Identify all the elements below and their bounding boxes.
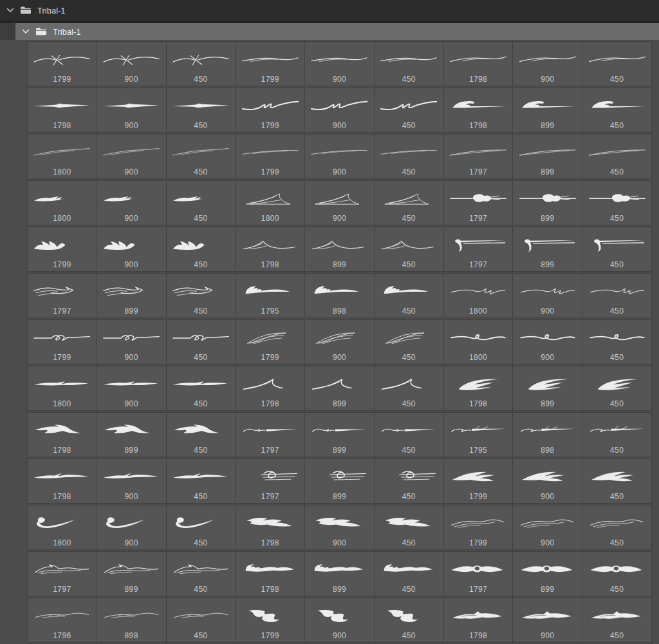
brush-preset-cell[interactable]: 1800 bbox=[444, 273, 514, 318]
brush-preset-cell[interactable]: 899 bbox=[305, 412, 375, 457]
brush-preset-cell[interactable]: 899 bbox=[97, 273, 167, 318]
inner-group-header[interactable]: Tribal-1 bbox=[15, 23, 659, 40]
brush-preset-cell[interactable]: 898 bbox=[97, 598, 167, 643]
brush-preset-cell[interactable]: 899 bbox=[513, 134, 582, 179]
brush-preset-cell[interactable]: 450 bbox=[375, 41, 444, 86]
brush-preset-cell[interactable]: 900 bbox=[305, 180, 375, 225]
brush-preset-cell[interactable]: 1798 bbox=[236, 227, 305, 272]
brush-preset-cell[interactable]: 450 bbox=[167, 227, 236, 272]
brush-preset-cell[interactable]: 1799 bbox=[444, 459, 514, 504]
brush-preset-cell[interactable]: 900 bbox=[97, 41, 167, 86]
brush-preset-cell[interactable]: 450 bbox=[167, 459, 236, 504]
brush-preset-cell[interactable]: 898 bbox=[513, 412, 582, 457]
brush-preset-cell[interactable]: 1797 bbox=[444, 180, 514, 225]
brush-preset-cell[interactable]: 1797 bbox=[28, 551, 97, 596]
brush-preset-cell[interactable]: 1797 bbox=[28, 273, 97, 318]
brush-preset-cell[interactable]: 1796 bbox=[28, 598, 97, 643]
brush-preset-cell[interactable]: 899 bbox=[305, 459, 375, 504]
brush-preset-cell[interactable]: 450 bbox=[167, 598, 236, 643]
brush-preset-cell[interactable]: 450 bbox=[375, 273, 444, 318]
brush-preset-cell[interactable]: 1798 bbox=[444, 88, 514, 133]
brush-preset-cell[interactable]: 450 bbox=[375, 180, 444, 225]
brush-preset-cell[interactable]: 1799 bbox=[28, 227, 97, 272]
brush-preset-cell[interactable]: 900 bbox=[305, 134, 375, 179]
brush-preset-cell[interactable]: 450 bbox=[375, 412, 444, 457]
brush-preset-cell[interactable]: 899 bbox=[305, 227, 375, 272]
brush-preset-cell[interactable]: 450 bbox=[582, 134, 652, 179]
brush-preset-cell[interactable]: 450 bbox=[167, 505, 236, 550]
brush-preset-cell[interactable]: 1800 bbox=[28, 366, 97, 411]
brush-preset-cell[interactable]: 1800 bbox=[28, 134, 97, 179]
brush-preset-cell[interactable]: 1798 bbox=[444, 598, 514, 643]
brush-preset-cell[interactable]: 1799 bbox=[236, 88, 305, 133]
brush-preset-cell[interactable]: 1798 bbox=[236, 551, 305, 596]
brush-preset-cell[interactable]: 450 bbox=[582, 180, 652, 225]
brush-preset-cell[interactable]: 450 bbox=[375, 459, 444, 504]
brush-preset-cell[interactable]: 450 bbox=[167, 273, 236, 318]
brush-preset-cell[interactable]: 1799 bbox=[236, 598, 305, 643]
brush-preset-cell[interactable]: 1797 bbox=[444, 134, 514, 179]
brush-preset-cell[interactable]: 900 bbox=[305, 319, 375, 365]
brush-preset-cell[interactable]: 1800 bbox=[444, 319, 514, 365]
brush-preset-cell[interactable]: 900 bbox=[97, 227, 167, 272]
brush-preset-cell[interactable]: 900 bbox=[513, 319, 582, 365]
brush-preset-cell[interactable]: 450 bbox=[167, 88, 236, 133]
brush-preset-cell[interactable]: 1798 bbox=[236, 366, 305, 411]
brush-preset-cell[interactable]: 450 bbox=[375, 319, 444, 365]
brush-preset-cell[interactable]: 900 bbox=[305, 88, 375, 133]
brush-preset-cell[interactable]: 450 bbox=[582, 227, 652, 272]
brush-preset-cell[interactable]: 450 bbox=[582, 598, 652, 643]
brush-preset-cell[interactable]: 899 bbox=[305, 551, 375, 596]
brush-preset-cell[interactable]: 450 bbox=[582, 459, 652, 504]
brush-preset-cell[interactable]: 899 bbox=[513, 180, 582, 225]
brush-preset-cell[interactable]: 900 bbox=[513, 598, 582, 643]
brush-preset-cell[interactable]: 450 bbox=[375, 551, 444, 596]
brush-preset-cell[interactable]: 1798 bbox=[444, 366, 514, 411]
brush-preset-cell[interactable]: 900 bbox=[97, 319, 167, 365]
brush-preset-cell[interactable]: 899 bbox=[97, 412, 167, 457]
chevron-down-icon[interactable] bbox=[22, 29, 30, 34]
brush-preset-cell[interactable]: 450 bbox=[167, 41, 236, 86]
brush-preset-cell[interactable]: 450 bbox=[582, 366, 652, 411]
brush-preset-cell[interactable]: 900 bbox=[97, 459, 167, 504]
brush-preset-cell[interactable]: 900 bbox=[97, 366, 167, 411]
brush-preset-cell[interactable]: 900 bbox=[513, 459, 582, 504]
brush-preset-cell[interactable]: 450 bbox=[167, 134, 236, 179]
brush-preset-cell[interactable]: 900 bbox=[513, 273, 582, 318]
brush-preset-cell[interactable]: 1799 bbox=[236, 41, 305, 86]
brush-preset-cell[interactable]: 1797 bbox=[236, 412, 305, 457]
brush-preset-cell[interactable]: 900 bbox=[97, 88, 167, 133]
brush-preset-cell[interactable]: 450 bbox=[375, 366, 444, 411]
brush-preset-cell[interactable]: 450 bbox=[167, 551, 236, 596]
brush-preset-cell[interactable]: 1799 bbox=[28, 41, 97, 86]
brush-preset-cell[interactable]: 1795 bbox=[236, 273, 305, 318]
brush-preset-cell[interactable]: 899 bbox=[97, 551, 167, 596]
brush-preset-cell[interactable]: 900 bbox=[513, 505, 582, 550]
brush-preset-cell[interactable]: 1800 bbox=[28, 180, 97, 225]
brush-preset-cell[interactable]: 450 bbox=[582, 273, 652, 318]
brush-preset-cell[interactable]: 450 bbox=[375, 505, 444, 550]
brush-preset-cell[interactable]: 900 bbox=[305, 505, 375, 550]
brush-preset-cell[interactable]: 450 bbox=[582, 551, 652, 596]
brush-preset-cell[interactable]: 899 bbox=[513, 551, 582, 596]
brush-preset-cell[interactable]: 1798 bbox=[236, 505, 305, 550]
brush-preset-cell[interactable]: 1798 bbox=[444, 41, 514, 86]
brush-preset-cell[interactable]: 450 bbox=[167, 180, 236, 225]
brush-preset-cell[interactable]: 450 bbox=[375, 598, 444, 643]
brush-preset-cell[interactable]: 1798 bbox=[28, 412, 97, 457]
brush-preset-cell[interactable]: 450 bbox=[375, 134, 444, 179]
brush-preset-cell[interactable]: 450 bbox=[582, 319, 652, 365]
brush-preset-cell[interactable]: 899 bbox=[513, 88, 582, 133]
brush-preset-cell[interactable]: 450 bbox=[375, 227, 444, 272]
brush-preset-cell[interactable]: 450 bbox=[167, 319, 236, 365]
brush-preset-cell[interactable]: 900 bbox=[305, 598, 375, 643]
brush-preset-cell[interactable]: 900 bbox=[305, 41, 375, 86]
brush-preset-cell[interactable]: 1798 bbox=[28, 459, 97, 504]
brush-preset-cell[interactable]: 900 bbox=[97, 180, 167, 225]
brush-preset-cell[interactable]: 450 bbox=[167, 412, 236, 457]
brush-preset-cell[interactable]: 450 bbox=[582, 41, 652, 86]
brush-preset-cell[interactable]: 450 bbox=[375, 88, 444, 133]
brush-preset-cell[interactable]: 450 bbox=[167, 366, 236, 411]
brush-preset-cell[interactable]: 1797 bbox=[444, 227, 514, 272]
brush-preset-cell[interactable]: 1795 bbox=[444, 412, 514, 457]
